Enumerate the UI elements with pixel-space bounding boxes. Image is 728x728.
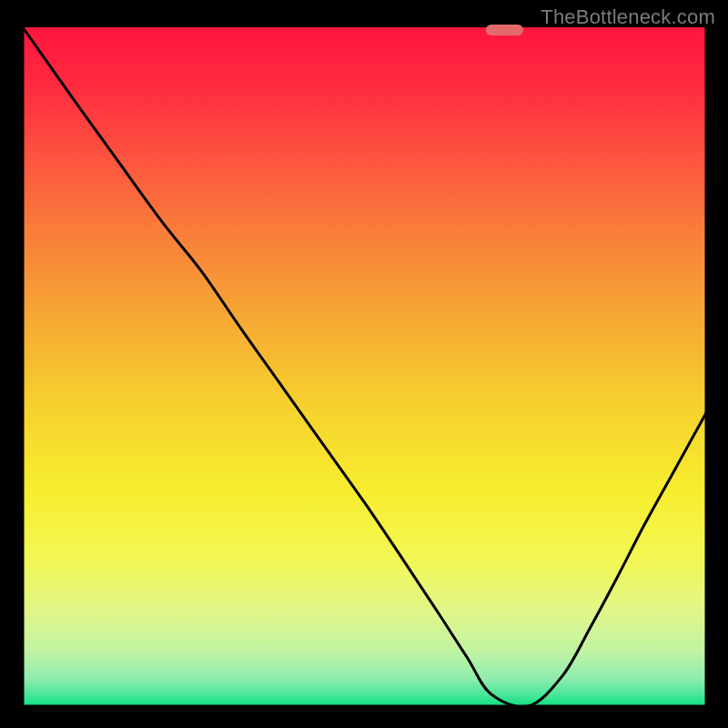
chart-container: TheBottleneck.com [0,0,728,728]
watermark-text: TheBottleneck.com [541,5,715,29]
balance-point-marker [486,25,523,35]
heat-gradient-chart [0,0,728,728]
